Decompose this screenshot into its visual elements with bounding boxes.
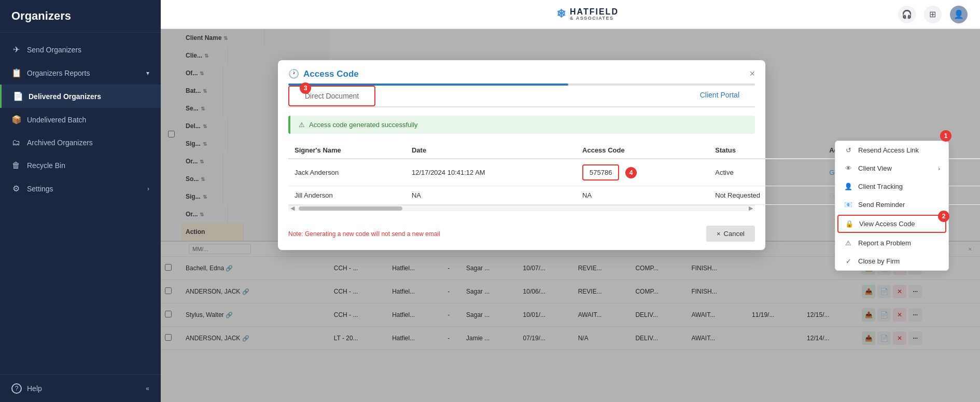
sidebar-footer-help[interactable]: ? Help « <box>0 375 161 402</box>
dropdown-item-client-tracking[interactable]: 👤 Client Tracking <box>835 177 948 196</box>
tab-direct-document[interactable]: Direct Document 3 <box>288 86 375 106</box>
company-logo: ❄ HATFIELD & ASSOCIATES <box>556 7 619 21</box>
tracking-icon: 👤 <box>844 183 853 190</box>
modal-close-button[interactable]: × <box>749 68 755 79</box>
modal-header: 🕐 Access Code × <box>278 60 765 79</box>
table-area: Client Name ⇅ Clie... ⇅ Of... ⇅ Bat... ⇅ <box>161 29 980 402</box>
table-scrollbar[interactable]: ◀ ▶ <box>288 205 755 211</box>
reports-icon: 📋 <box>11 68 21 78</box>
trash-icon: 🗑 <box>11 161 21 170</box>
step-2-badge: 2 <box>938 211 949 222</box>
success-icon: ⚠ <box>299 121 305 129</box>
modal-note: Note: Generating a new code will not sen… <box>288 230 440 238</box>
sidebar-item-settings[interactable]: ⚙ Settings › <box>0 177 161 200</box>
sidebar-item-undelivered-batch[interactable]: 📦 Undelivered Batch <box>0 108 161 131</box>
th-status: Status <box>709 142 823 159</box>
header-actions: 🎧 ⊞ 👤 <box>898 6 968 23</box>
modal-tabs: Direct Document 3 Client Portal <box>288 86 755 107</box>
access-code-value: 575786 <box>582 164 619 181</box>
access-code-modal: 🕐 Access Code × Direct Document 3 <box>278 60 765 250</box>
modal-title: 🕐 Access Code <box>288 68 359 79</box>
chevron-right-icon: › <box>147 185 149 192</box>
th-signer-name: Signer's Name <box>288 142 405 159</box>
dropdown-item-view-access-code[interactable]: 🔒 View Access Code 2 <box>837 215 946 233</box>
scroll-left-icon[interactable]: ◀ <box>290 205 295 212</box>
gear-icon: ⚙ <box>11 184 21 193</box>
th-access-code: Access Code <box>576 142 709 159</box>
header: ❄ HATFIELD & ASSOCIATES 🎧 ⊞ 👤 <box>161 0 980 29</box>
eye-icon: 👁 <box>844 164 853 172</box>
dropdown-item-close-by-firm[interactable]: ✓ Close by Firm <box>835 252 948 270</box>
scroll-right-icon[interactable]: ▶ <box>749 205 753 212</box>
dropdown-item-report-problem[interactable]: ⚠ Report a Problem <box>835 234 948 252</box>
delivered-icon: 📄 <box>13 91 22 101</box>
dropdown-item-send-reminder[interactable]: 📧 Send Reminder <box>835 196 948 214</box>
step-1-area: 1 <box>940 130 951 142</box>
send-icon: ✈ <box>11 45 21 54</box>
lock-icon: 🔒 <box>845 220 854 228</box>
main-content: ❄ HATFIELD & ASSOCIATES 🎧 ⊞ 👤 Client Nam… <box>161 0 980 402</box>
archive-icon: 🗂 <box>11 138 21 147</box>
sidebar-item-send-organizers[interactable]: ✈ Send Organizers <box>0 38 161 61</box>
app-title: Organizers <box>0 0 161 33</box>
close-firm-icon: ✓ <box>844 257 853 265</box>
modal-body: ⚠ Access code generated successfully Sig… <box>278 107 765 219</box>
dropdown-item-client-view[interactable]: 👁 Client View › <box>835 159 948 177</box>
dropdown-item-resend-access-link[interactable]: ↺ Resend Access Link <box>835 141 948 159</box>
chevron-down-icon: ▾ <box>146 70 149 77</box>
headset-icon[interactable]: 🎧 <box>898 6 916 23</box>
sidebar-item-organizers-reports[interactable]: 📋 Organizers Reports ▾ <box>0 61 161 85</box>
sidebar-item-recycle-bin[interactable]: 🗑 Recycle Bin <box>0 154 161 177</box>
th-date: Date <box>405 142 576 159</box>
step-3-badge: 3 <box>300 82 311 94</box>
avatar[interactable]: 👤 <box>950 6 968 23</box>
tab-client-portal[interactable]: Client Portal <box>684 86 755 106</box>
logo-icon: ❄ <box>556 7 566 21</box>
chevron-right-icon: › <box>938 165 940 172</box>
modal-footer: Note: Generating a new code will not sen… <box>278 219 765 250</box>
undelivered-icon: 📦 <box>11 115 21 124</box>
help-icon: ? <box>11 383 22 394</box>
resend-icon: ↺ <box>844 146 853 154</box>
modal-overlay: 🕐 Access Code × Direct Document 3 <box>161 29 980 402</box>
reminder-icon: 📧 <box>844 201 853 209</box>
cancel-button[interactable]: × Cancel <box>706 226 755 242</box>
collapse-icon: « <box>146 385 149 392</box>
sidebar-nav: ✈ Send Organizers 📋 Organizers Reports ▾… <box>0 33 161 375</box>
cancel-x-icon: × <box>717 230 721 238</box>
scrollbar-thumb[interactable] <box>299 206 402 211</box>
sidebar-item-delivered-organizers[interactable]: 📄 Delivered Organizers <box>0 85 161 108</box>
step-1-badge: 1 <box>940 130 951 142</box>
warning-icon: ⚠ <box>844 239 853 247</box>
clock-icon: 🕐 <box>288 68 299 79</box>
success-banner: ⚠ Access code generated successfully <box>288 116 755 134</box>
sidebar-item-archived-organizers[interactable]: 🗂 Archived Organizers <box>0 131 161 154</box>
grid-icon[interactable]: ⊞ <box>924 6 942 23</box>
step-4-badge: 4 <box>625 167 637 178</box>
action-dropdown-menu: ↺ Resend Access Link 👁 Client View › 👤 C… <box>835 141 949 271</box>
sidebar: Organizers ✈ Send Organizers 📋 Organizer… <box>0 0 161 402</box>
